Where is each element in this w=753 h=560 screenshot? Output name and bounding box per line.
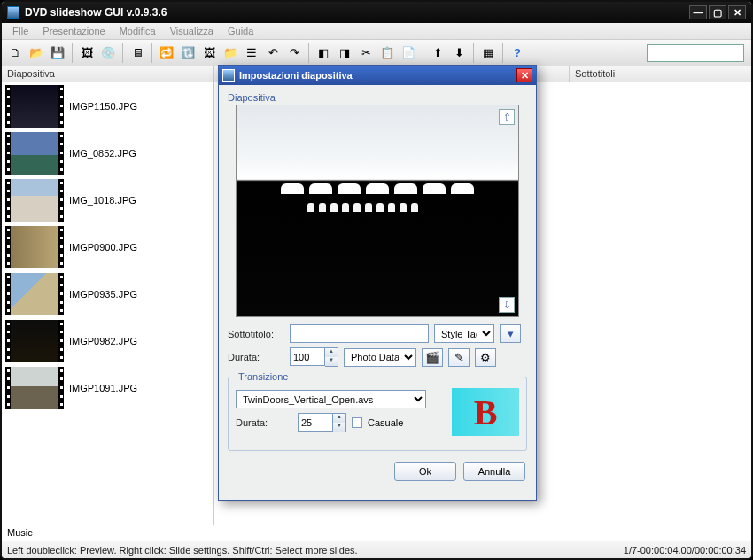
menu-guida[interactable]: Guida [221,24,260,38]
status-left: Left doubleclick: Preview. Right click: … [7,545,358,556]
list-item[interactable]: IMG_1018.JPG [2,176,213,223]
list-item[interactable]: IMGP1150.JPG [2,82,213,129]
random-label: Casuale [368,417,403,428]
tool-b-icon[interactable]: 🔃 [178,43,198,63]
trans-dur-down[interactable]: ▼ [333,423,345,432]
slide-name: IMGP1091.JPG [69,383,137,393]
list-item[interactable]: IMGP0982.JPG [2,317,213,364]
minimize-button[interactable]: — [689,5,707,19]
undo-icon[interactable]: ↶ [263,43,283,63]
menu-file[interactable]: FIle [5,24,35,38]
grid-icon[interactable]: ▦ [478,43,498,63]
dialog-title: Impostazioni diapositiva [239,70,353,81]
dialog-icon [222,69,235,82]
duration-down[interactable]: ▼ [325,357,338,366]
menu-visualizza[interactable]: Visualizza [163,24,221,38]
col-slide-header[interactable]: Diapositiva [2,66,213,82]
toolbar-search-input[interactable] [647,44,744,62]
slide-name: IMG_1018.JPG [69,195,136,206]
slide-name: IMG_0852.JPG [69,148,136,159]
add-image-icon[interactable]: 🖼 [77,43,97,63]
list-item[interactable]: IMGP0900.JPG [2,223,213,270]
menu-bar: FIle Presentazione Modifica Visualizza G… [2,23,751,40]
move-up-icon[interactable]: ⬆ [428,43,447,63]
trans-duration-label: Durata: [236,417,292,428]
move-down-icon[interactable]: ⬇ [449,43,469,63]
subtitle-label: Sottotitolo: [228,329,284,339]
random-checkbox[interactable] [352,417,362,428]
settings-icon[interactable]: ⚙ [475,348,496,367]
cancel-button[interactable]: Annulla [463,462,525,481]
copy-icon[interactable]: 📋 [377,43,397,63]
list-item[interactable]: IMG_0852.JPG [2,129,213,176]
tool-g-icon[interactable]: ◨ [335,43,354,63]
trans-duration-input[interactable] [298,413,333,432]
menu-presentazione[interactable]: Presentazione [35,24,112,38]
new-icon[interactable]: 🗋 [5,43,25,63]
group-slide-label: Diapositiva [228,92,527,103]
tool-d-icon[interactable]: 📁 [221,43,240,63]
status-bar: Left doubleclick: Preview. Right click: … [2,541,751,558]
styletags-dropdown-button[interactable]: ▾ [500,324,521,343]
save-icon[interactable]: 💾 [48,43,67,63]
photodata-select[interactable]: Photo Data [344,348,416,367]
maximize-button[interactable]: ▢ [709,5,726,19]
toolbar: 🗋 📂 💾 🖼 💿 🖥 🔁 🔃 🖼 📁 ☰ ↶ ↷ ◧ ◨ ✂ 📋 📄 ⬆ ⬇ … [2,40,751,66]
help-icon[interactable]: ? [508,43,527,63]
present-icon[interactable]: 🖥 [128,43,147,63]
tool-c-icon[interactable]: 🖼 [199,43,219,63]
transition-select[interactable]: TwinDoors_Vertical_Open.avs [236,390,426,408]
ok-button[interactable]: Ok [394,462,456,481]
prev-slide-button[interactable]: ⇧ [499,109,515,125]
clapper-icon[interactable]: 🎬 [422,348,443,367]
paste-icon[interactable]: 📄 [399,43,418,63]
dialog-close-button[interactable]: ✕ [516,68,532,82]
slide-name: IMGP1150.JPG [69,101,137,112]
edit-icon[interactable]: ✎ [448,348,470,367]
menu-modifica[interactable]: Modifica [113,24,163,38]
group-transition-label: Transizione [236,371,291,382]
col-subtitle-header[interactable]: Sottotitoli [570,66,751,82]
tool-e-icon[interactable]: ☰ [242,43,261,63]
window-title: DVD slideshow GUI v.0.9.3.6 [25,6,167,19]
duration-up[interactable]: ▲ [325,348,338,357]
list-item[interactable]: IMGP1091.JPG [2,364,213,411]
add-disc-icon[interactable]: 💿 [98,43,118,63]
duration-label: Durata: [228,352,284,362]
cut-icon[interactable]: ✂ [356,43,376,63]
transition-group: Transizione TwinDoors_Vertical_Open.avs … [228,371,527,451]
trans-dur-up[interactable]: ▲ [333,414,345,423]
next-slide-button[interactable]: ⇩ [499,297,515,313]
close-button[interactable]: ✕ [728,5,746,19]
slide-name: IMGP0900.JPG [69,242,137,253]
transition-preview: B [452,388,519,436]
subtitle-input[interactable] [290,324,429,343]
app-icon [7,6,19,19]
slide-list[interactable]: IMGP1150.JPG IMG_0852.JPG IMG_1018.JPG I… [2,82,213,525]
slide-preview: ⇧ ⇩ [236,105,519,317]
tool-a-icon[interactable]: 🔁 [157,43,176,63]
tool-f-icon[interactable]: ◧ [314,43,333,63]
music-row[interactable]: Music [2,525,751,541]
status-right: 1/7-00:00:04.00/00:00:00:34 [624,545,746,556]
styletags-select[interactable]: Style Tags [434,324,494,343]
list-item[interactable]: IMGP0935.JPG [2,270,213,317]
slide-name: IMGP0935.JPG [69,289,137,299]
title-bar[interactable]: DVD slideshow GUI v.0.9.3.6 — ▢ ✕ [2,2,751,23]
duration-input[interactable] [290,347,325,366]
slide-name: IMGP0982.JPG [69,336,137,346]
redo-icon[interactable]: ↷ [284,43,304,63]
slide-settings-dialog: Impostazioni diapositiva ✕ Diapositiva ⇧… [218,65,537,501]
open-icon[interactable]: 📂 [27,43,46,63]
dialog-titlebar[interactable]: Impostazioni diapositiva ✕ [219,66,536,85]
